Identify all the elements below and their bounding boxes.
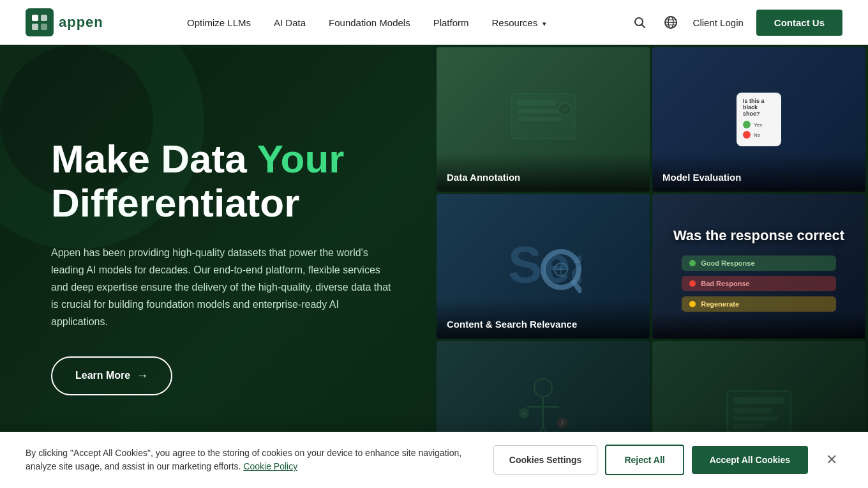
- svg-rect-12: [518, 100, 556, 105]
- was-correct-heading: Was the response correct: [667, 221, 851, 250]
- cookie-policy-link[interactable]: Cookie Policy: [243, 461, 297, 471]
- language-button[interactable]: [661, 13, 680, 32]
- arrow-right-icon: →: [137, 369, 148, 383]
- reject-all-button[interactable]: Reject All: [605, 445, 684, 475]
- heading-differentiator: Differentiator: [51, 181, 299, 225]
- good-dot: [689, 260, 696, 266]
- cards-grid: ✓ Data Annotation Is this a black shoe? …: [434, 45, 868, 488]
- cookies-settings-button[interactable]: Cookies Settings: [493, 445, 598, 475]
- chevron-down-icon: ▾: [542, 20, 546, 27]
- globe-icon: [664, 15, 678, 29]
- cookie-buttons: Cookies Settings Reject All Accept All C…: [493, 445, 808, 475]
- logo-wordmark: appen: [59, 14, 103, 31]
- content-search-label: Content & Search Relevance: [437, 300, 650, 339]
- card-model-evaluation[interactable]: Is this a black shoe? Yes No Model Evalu…: [652, 47, 865, 192]
- svg-text:✓: ✓: [521, 410, 527, 417]
- heading-your: Your: [257, 137, 345, 181]
- learn-more-button[interactable]: Learn More →: [51, 356, 172, 395]
- hero-content: Make Data Your Differentiator Appen has …: [0, 45, 434, 488]
- logo[interactable]: appen: [26, 8, 103, 36]
- heading-make-data: Make Data: [51, 137, 247, 181]
- svg-rect-1: [41, 15, 47, 21]
- svg-line-5: [641, 25, 645, 28]
- hero-heading: Make Data Your Differentiator: [51, 137, 396, 224]
- svg-text:✓: ✓: [562, 106, 567, 113]
- navbar: appen Optimize LLMs AI Data Foundation M…: [0, 0, 868, 45]
- cookie-text: By clicking "Accept All Cookies", you ag…: [26, 446, 481, 473]
- hero-section: Make Data Your Differentiator Appen has …: [0, 45, 868, 488]
- model-evaluation-label: Model Evaluation: [652, 153, 865, 192]
- svg-rect-14: [518, 117, 562, 121]
- nav-links: Optimize LLMs AI Data Foundation Models …: [187, 17, 546, 28]
- learn-more-label: Learn More: [75, 370, 130, 381]
- bad-response-chip: Bad Response: [682, 276, 836, 291]
- svg-rect-2: [32, 24, 38, 30]
- search-button[interactable]: [631, 13, 648, 31]
- nav-right: Client Login Contact Us: [631, 10, 842, 36]
- cookie-banner: By clicking "Accept All Cookies", you ag…: [0, 432, 868, 488]
- good-response-chip: Good Response: [682, 255, 836, 271]
- svg-rect-34: [733, 408, 772, 413]
- no-option-dot: [743, 131, 751, 139]
- prompt-preference-label: [652, 310, 865, 339]
- svg-point-23: [534, 379, 552, 397]
- contact-us-button[interactable]: Contact Us: [756, 10, 842, 36]
- nav-resources[interactable]: Resources ▾: [492, 17, 547, 28]
- svg-rect-36: [733, 424, 765, 429]
- svg-text:✗: ✗: [560, 420, 565, 427]
- logo-icon: [26, 8, 54, 36]
- close-icon: ✕: [826, 452, 837, 468]
- svg-rect-33: [733, 397, 784, 404]
- yes-option-dot: [743, 121, 751, 128]
- phone-mockup: Is this a black shoe? Yes No: [737, 93, 781, 146]
- svg-rect-0: [32, 15, 38, 21]
- cookie-close-button[interactable]: ✕: [821, 449, 842, 471]
- nav-ai-data[interactable]: AI Data: [274, 17, 306, 28]
- svg-rect-3: [41, 24, 47, 30]
- nav-platform[interactable]: Platform: [433, 17, 469, 28]
- card-prompt-preference[interactable]: Was the response correct Good Response B…: [652, 194, 865, 339]
- svg-rect-35: [733, 416, 778, 421]
- card-data-annotation[interactable]: ✓ Data Annotation: [437, 47, 650, 192]
- data-annotation-label: Data Annotation: [437, 153, 650, 192]
- client-login-link[interactable]: Client Login: [693, 17, 744, 28]
- bad-dot: [689, 280, 696, 287]
- nav-optimize-llms[interactable]: Optimize LLMs: [187, 17, 251, 28]
- regenerate-chip: Regenerate: [682, 296, 836, 312]
- accept-all-cookies-button[interactable]: Accept All Cookies: [692, 446, 808, 474]
- search-icon: [633, 16, 646, 29]
- card-content-search[interactable]: Sea Content & Search Relevance: [437, 194, 650, 339]
- hero-body-text: Appen has been providing high-quality da…: [51, 244, 396, 331]
- nav-foundation-models[interactable]: Foundation Models: [329, 17, 410, 28]
- regen-dot: [689, 301, 696, 307]
